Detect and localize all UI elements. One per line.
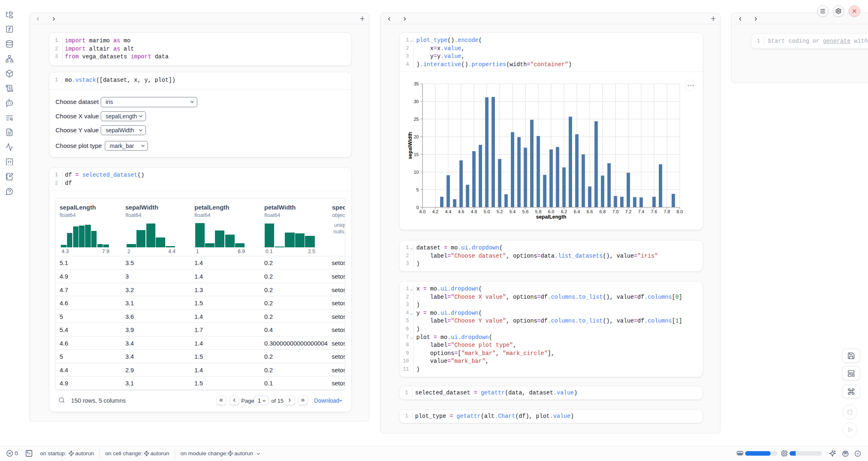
svg-text:sepalLength: sepalLength (536, 214, 566, 220)
svg-text:30: 30 (414, 99, 419, 104)
svg-text:0: 0 (416, 205, 419, 210)
svg-text:5.2: 5.2 (496, 209, 503, 214)
svg-text:25: 25 (414, 117, 419, 122)
svg-text:8.0: 8.0 (676, 209, 683, 214)
svg-text:7.8: 7.8 (664, 209, 670, 214)
svg-text:5.8: 5.8 (535, 209, 541, 214)
svg-text:7.2: 7.2 (625, 209, 631, 214)
svg-text:4.4: 4.4 (445, 209, 451, 214)
svg-text:4.8: 4.8 (471, 209, 477, 214)
svg-text:7.4: 7.4 (638, 209, 644, 214)
svg-text:6.4: 6.4 (574, 209, 580, 214)
svg-text:5.0: 5.0 (484, 209, 490, 214)
svg-text:4.2: 4.2 (432, 209, 439, 214)
svg-text:10: 10 (414, 170, 419, 175)
svg-text:20: 20 (414, 134, 419, 139)
svg-text:35: 35 (414, 81, 419, 86)
svg-text:4.0: 4.0 (419, 209, 425, 214)
svg-text:6.0: 6.0 (548, 209, 554, 214)
svg-text:5: 5 (416, 187, 419, 192)
svg-text:sepalWidth: sepalWidth (407, 132, 413, 159)
svg-text:6.8: 6.8 (600, 209, 606, 214)
svg-text:5.6: 5.6 (522, 209, 529, 214)
svg-text:15: 15 (414, 152, 419, 157)
svg-text:7.6: 7.6 (651, 209, 657, 214)
svg-text:4.6: 4.6 (458, 209, 464, 214)
svg-text:5.4: 5.4 (509, 209, 515, 214)
svg-text:6.2: 6.2 (561, 209, 567, 214)
svg-text:6.6: 6.6 (586, 209, 593, 214)
svg-text:7.0: 7.0 (612, 209, 619, 214)
